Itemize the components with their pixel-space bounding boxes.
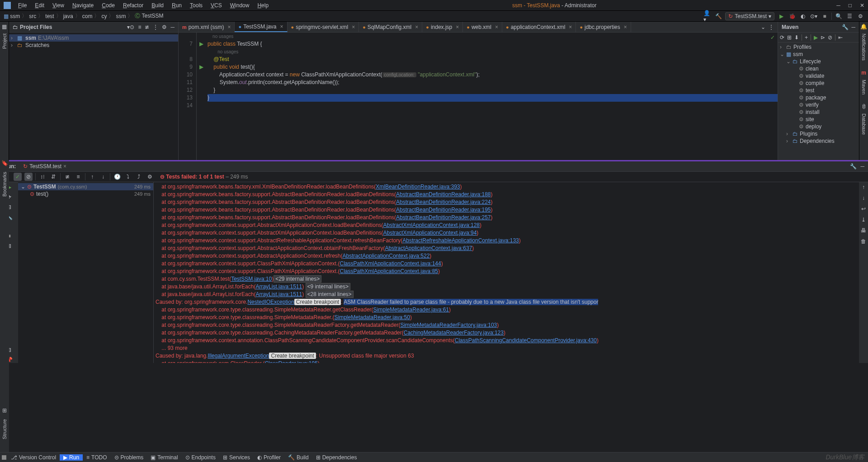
status-item-build[interactable]: 🔨Build	[284, 454, 312, 461]
test-tree[interactable]: ⌄ ⊝ TestSSM (com.cy.ssm) 249 ms ⊝ test()…	[18, 182, 154, 363]
console-line[interactable]: at org.springframework.beans.factory.sup…	[156, 198, 857, 206]
tool-window-icon[interactable]	[2, 455, 6, 460]
up-icon[interactable]: ↑	[862, 184, 865, 190]
menu-edit[interactable]: Edit	[31, 1, 48, 9]
wrench-icon[interactable]: 🔧	[850, 163, 857, 170]
console-line[interactable]: at org.springframework.context.support.C…	[156, 268, 857, 275]
status-item-services[interactable]: ⊞Services	[219, 454, 254, 461]
console-line[interactable]: at org.springframework.beans.factory.sup…	[156, 206, 857, 214]
menu-file[interactable]: File	[14, 1, 30, 9]
notifications-label[interactable]: Notifications	[861, 33, 867, 61]
status-item-dependencies[interactable]: ⊞Dependencies	[312, 454, 361, 461]
breadcrumb-item[interactable]: src	[29, 13, 36, 19]
maven-tree-row[interactable]: ⚙compile	[778, 80, 859, 87]
console-line[interactable]: at org.springframework.asm.ClassReader.(…	[156, 360, 857, 363]
console-line[interactable]: at org.springframework.context.annotatio…	[156, 337, 857, 344]
editor-tab[interactable]: ●jdbc.properties×	[576, 22, 631, 32]
breadcrumb-item[interactable]: Ⓒ TestSSM	[135, 12, 163, 20]
console-line[interactable]: at org.springframework.core.type.classre…	[156, 329, 857, 337]
maven-tree-row[interactable]: ⚙validate	[778, 72, 859, 80]
console-line[interactable]: Caused by: org.springframework.core.Nest…	[156, 298, 857, 306]
hide-icon[interactable]: ─	[170, 24, 175, 30]
collapse-icon[interactable]: ⇤	[838, 34, 843, 41]
console-line[interactable]: at org.springframework.context.support.A…	[156, 252, 857, 260]
check-icon[interactable]: ✓	[770, 34, 775, 41]
editor-tab[interactable]: ●springmvc-servlet.xml×	[288, 22, 359, 32]
status-item-terminal[interactable]: ▣Terminal	[147, 454, 181, 461]
menu-help[interactable]: Help	[254, 1, 272, 9]
debug-icon[interactable]: 🐞	[788, 12, 796, 20]
menu-window[interactable]: Window	[226, 1, 253, 9]
reload-icon[interactable]: ⟳	[780, 34, 784, 41]
menu-navigate[interactable]: Navigate	[69, 1, 97, 9]
database-icon[interactable]: 🛢	[861, 104, 867, 110]
run-tab[interactable]: ↻ TestSSM.test ×	[19, 162, 70, 170]
gear-icon[interactable]: ⚙	[146, 173, 154, 181]
test-row[interactable]: ⊝ test() 249 ms	[18, 190, 153, 198]
import-icon[interactable]: ⤵	[124, 173, 132, 181]
maven-tree-row[interactable]: ⚙install	[778, 108, 859, 116]
status-item-profiler[interactable]: ◐Profiler	[254, 454, 284, 461]
down-icon[interactable]: ↓	[99, 173, 107, 181]
console-line[interactable]: at org.springframework.context.support.A…	[156, 222, 857, 229]
download-icon[interactable]: ⬇	[794, 34, 799, 41]
maven-tree-row[interactable]: ⚙package	[778, 94, 859, 101]
maven-tree-row[interactable]: ⌄🗀Lifecycle	[778, 58, 859, 65]
menu-view[interactable]: View	[49, 1, 68, 9]
maven-label[interactable]: Maven	[861, 80, 867, 94]
gutter-marks[interactable]: ▶▶	[197, 33, 206, 160]
console-line[interactable]: at org.springframework.beans.factory.xml…	[156, 183, 857, 191]
collapse-icon[interactable]: ≢	[145, 24, 149, 30]
tree-row[interactable]: › 🗀 Scratches	[9, 42, 178, 49]
breadcrumb-item[interactable]: ssm	[116, 13, 126, 19]
menu-build[interactable]: Build	[148, 1, 167, 9]
console-line[interactable]: at org.springframework.core.type.classre…	[156, 321, 857, 329]
editor-tab[interactable]: ●TestSSM.java×	[235, 22, 287, 32]
project-tool-label[interactable]: Project	[2, 33, 7, 49]
maven-tree-row[interactable]: ›🗀Profiles	[778, 43, 859, 51]
project-tree[interactable]: › ▦ ssm E:\JAVA\ssm › 🗀 Scratches	[9, 33, 178, 51]
minimize-icon[interactable]: ─	[836, 2, 840, 9]
status-item-version-control[interactable]: ⎇Version Control	[7, 454, 60, 461]
status-item-run[interactable]: ▶Run	[60, 454, 83, 461]
status-item-endpoints[interactable]: ⊙Endpoints	[182, 454, 219, 461]
locate-icon[interactable]: ⊙	[130, 24, 134, 30]
project-tool-icon[interactable]: ▦	[2, 24, 7, 30]
sort2-icon[interactable]: ⇵	[49, 173, 57, 181]
status-item-problems[interactable]: ⊝Problems	[111, 454, 147, 461]
expand-icon[interactable]: ≡	[138, 24, 141, 30]
menu-tools[interactable]: Tools	[186, 1, 206, 9]
console-line[interactable]: at org.springframework.context.support.A…	[156, 245, 857, 252]
exec-icon[interactable]: ⊳	[821, 34, 825, 41]
database-label[interactable]: Database	[861, 113, 867, 135]
status-item-todo[interactable]: ≡TODO	[83, 454, 110, 461]
down-icon[interactable]: ↓	[862, 195, 865, 201]
maven-tree-row[interactable]: ⚙clean	[778, 65, 859, 72]
scroll-icon[interactable]: ⤓	[861, 217, 866, 223]
run-icon[interactable]: ▶	[777, 12, 785, 20]
hide-icon[interactable]: ─	[860, 163, 864, 170]
console-line[interactable]: at org.springframework.context.support.A…	[156, 229, 857, 237]
wrap-icon[interactable]: ↩	[861, 206, 866, 212]
build-icon[interactable]: 🔨	[714, 12, 722, 20]
maven-tree-row[interactable]: ›🗀Dependencies	[778, 137, 859, 145]
sort-icon[interactable]: ↕⁝	[38, 173, 47, 181]
bookmarks-label[interactable]: Bookmarks	[2, 172, 7, 197]
menu-run[interactable]: Run	[168, 1, 185, 9]
close-icon[interactable]: ✕	[860, 2, 864, 9]
check-icon[interactable]: ✓	[14, 173, 22, 181]
profile-icon[interactable]: ⊙▾	[810, 12, 818, 20]
breadcrumb-item[interactable]: ▦ ssm	[4, 13, 20, 19]
editor-tab[interactable]: mpom.xml (ssm)×	[179, 22, 235, 32]
generate-icon[interactable]: ⊞	[787, 34, 792, 41]
wrench-icon[interactable]: 🔧	[842, 24, 849, 30]
skip-icon[interactable]: ⊘	[828, 34, 832, 41]
structure-icon[interactable]: ⊞	[2, 407, 7, 414]
breadcrumb-item[interactable]: com	[82, 13, 93, 19]
console-line[interactable]: at org.springframework.context.support.A…	[156, 237, 857, 245]
user-icon[interactable]: 👤▾	[703, 12, 712, 20]
hide-icon[interactable]: ─	[851, 24, 855, 30]
maven-icon[interactable]: m	[861, 70, 866, 76]
breadcrumb-item[interactable]: java	[63, 13, 73, 19]
maven-tree[interactable]: ›🗀Profiles⌄▦ssm⌄🗀Lifecycle⚙clean⚙validat…	[778, 42, 859, 146]
